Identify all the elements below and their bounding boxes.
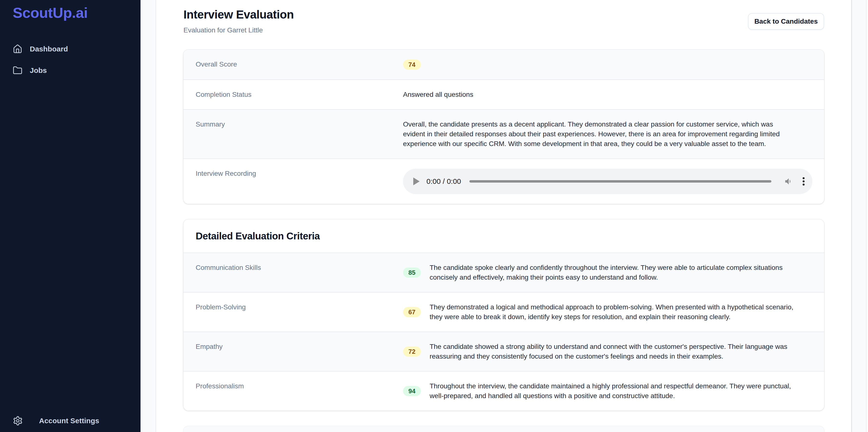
summary-line: Overall, the candidate presents as a dec…	[403, 120, 812, 129]
card-title: Detailed Evaluation Criteria	[196, 229, 812, 243]
sidebar-item-label: Jobs	[30, 66, 47, 75]
criteria-description: The candidate showed a strong ability to…	[430, 342, 787, 361]
row-label: Overall Score	[183, 50, 403, 79]
criteria-description: They demonstrated a logical and methodic…	[430, 302, 793, 322]
app-logo: ScoutUp.ai	[13, 4, 141, 21]
back-to-candidates-button[interactable]: Back to Candidates	[748, 13, 824, 30]
description-line: well-prepared, and handled all questions…	[430, 391, 791, 401]
description-line: they were able to break it down, identif…	[430, 312, 793, 322]
row-label: Problem-Solving	[183, 293, 403, 332]
volume-icon[interactable]	[784, 177, 793, 186]
row-value: 67 They demonstrated a logical and metho…	[403, 293, 824, 332]
table-row: Communication Skills 85 The candidate sp…	[183, 253, 824, 292]
row-value: 74	[403, 50, 824, 79]
description-line: reassuring and they consistently focused…	[430, 352, 787, 361]
row-value: 72 The candidate showed a strong ability…	[403, 332, 824, 371]
app: ScoutUp.ai Dashboard Jobs Account Settin…	[0, 0, 868, 432]
table-row: Empathy 72 The candidate showed a strong…	[183, 332, 824, 371]
score-badge: 85	[403, 267, 421, 278]
score-badge: 67	[403, 307, 421, 317]
score-badge: 72	[403, 346, 421, 357]
description-line: Throughout the interview, the candidate …	[430, 381, 791, 391]
page-subtitle: Evaluation for Garret Little	[183, 25, 824, 35]
description-line: The candidate spoke clearly and confiden…	[430, 263, 783, 272]
table-row: Overall Score 74	[183, 50, 824, 79]
row-label: Communication Skills	[183, 253, 403, 292]
summary-text: Overall, the candidate presents as a dec…	[403, 110, 824, 159]
row-label: Professionalism	[183, 371, 403, 410]
table-row: Problem-Solving 67 They demonstrated a l…	[183, 292, 824, 332]
home-icon	[13, 44, 23, 54]
row-value: 85 The candidate spoke clearly and confi…	[403, 253, 824, 292]
criteria-description: Throughout the interview, the candidate …	[430, 381, 791, 401]
row-label: Interview Recording	[183, 159, 403, 204]
sidebar-item-account-settings[interactable]: Account Settings	[0, 410, 141, 432]
sidebar-footer-label: Account Settings	[39, 417, 99, 425]
sidebar-item-jobs[interactable]: Jobs	[0, 60, 141, 81]
table-row: Professionalism 94 Throughout the interv…	[183, 371, 824, 410]
card-title-block: Detailed Evaluation Criteria	[183, 220, 824, 253]
description-line: They demonstrated a logical and methodic…	[430, 302, 793, 312]
audio-time: 0:00 / 0:00	[427, 176, 461, 186]
main-content: Interview Evaluation Evaluation for Garr…	[156, 0, 851, 432]
overall-score-badge: 74	[403, 60, 421, 70]
row-label: Completion Status	[183, 80, 403, 109]
description-line: concisely and effectively, making their …	[430, 272, 783, 282]
table-row: Interview Recording 0:00 / 0:00	[183, 159, 824, 204]
sidebar: ScoutUp.ai Dashboard Jobs Account Settin…	[0, 0, 141, 432]
sidebar-main-gutter	[141, 0, 156, 432]
row-label: Summary	[183, 110, 403, 159]
table-row: Summary Overall, the candidate presents …	[183, 109, 824, 159]
next-card-stub	[183, 426, 824, 432]
evaluation-summary-card: Overall Score 74 Completion Status Answe…	[183, 50, 824, 204]
play-icon[interactable]	[413, 177, 420, 185]
audio-seek-slider[interactable]	[469, 180, 771, 182]
row-value: Answered all questions	[403, 80, 824, 109]
table-row: Completion Status Answered all questions	[183, 79, 824, 109]
sidebar-nav: Dashboard Jobs	[0, 38, 141, 81]
criteria-description: The candidate spoke clearly and confiden…	[430, 263, 783, 282]
sidebar-item-dashboard[interactable]: Dashboard	[0, 38, 141, 60]
row-label: Empathy	[183, 332, 403, 371]
summary-line: evident in their detailed responses abou…	[403, 129, 812, 139]
sidebar-item-label: Dashboard	[30, 45, 68, 53]
criteria-rows: Communication Skills 85 The candidate sp…	[183, 253, 824, 410]
audio-player[interactable]: 0:00 / 0:00	[403, 169, 812, 194]
folder-icon	[13, 66, 23, 75]
row-value: 94 Throughout the interview, the candida…	[403, 371, 824, 410]
detailed-criteria-card: Detailed Evaluation Criteria Communicati…	[183, 220, 824, 410]
summary-line: experience with our specific CRM. With s…	[403, 139, 812, 149]
row-value: 0:00 / 0:00	[403, 159, 824, 204]
scrollbar-track[interactable]	[851, 0, 868, 432]
score-badge: 94	[403, 386, 421, 396]
description-line: The candidate showed a strong ability to…	[430, 342, 787, 352]
gear-icon	[13, 416, 23, 426]
page-title: Interview Evaluation	[183, 7, 824, 23]
audio-menu-icon[interactable]	[803, 176, 805, 186]
